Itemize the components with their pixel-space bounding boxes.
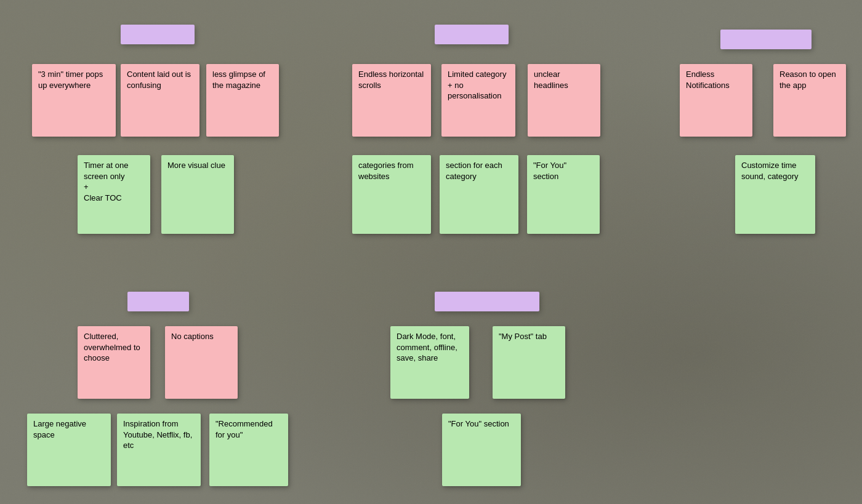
note-content-confusing: Content laid out is confusing	[121, 64, 199, 137]
note-endless-notifications: Endless Notifications	[680, 64, 752, 137]
note-for-you-2: "For You" section	[442, 414, 521, 486]
note-inspiration: Inspiration from Youtube, Netflix, fb, e…	[117, 414, 201, 486]
note-unclear-headlines: unclear headlines	[528, 64, 600, 137]
note-for-you-1: "For You" section	[527, 155, 600, 234]
note-dark-mode: Dark Mode, font, comment, offline, save,…	[390, 326, 469, 399]
category-videos	[127, 292, 189, 311]
category-magazine	[121, 25, 195, 44]
note-my-post: "My Post" tab	[493, 326, 565, 399]
category-latest	[435, 25, 509, 44]
note-cluttered: Cluttered, overwhelmed to choose	[78, 326, 150, 399]
note-reason-open: Reason to open the app	[773, 64, 846, 137]
note-less-glimpse: less glimpse of the magazine	[206, 64, 279, 137]
category-notifications	[720, 30, 812, 49]
note-more-visual: More visual clue	[161, 155, 234, 234]
note-endless-scroll: Endless horizontal scrolls	[352, 64, 431, 137]
note-timer-screen: Timer at one screen only+Clear TOC	[78, 155, 150, 234]
note-timer-pops: "3 min" timer pops up everywhere	[32, 64, 116, 137]
note-limited-category: Limited category + no personalisation	[441, 64, 515, 137]
note-no-captions: No captions	[165, 326, 238, 399]
note-section-each: section for each category	[440, 155, 518, 234]
note-large-negative: Large negative space	[27, 414, 111, 486]
note-recommended: "Recommended for you"	[209, 414, 288, 486]
note-customize-time: Customize time sound, category	[735, 155, 815, 234]
category-personalization	[435, 292, 539, 311]
note-categories-websites: categories from websites	[352, 155, 431, 234]
